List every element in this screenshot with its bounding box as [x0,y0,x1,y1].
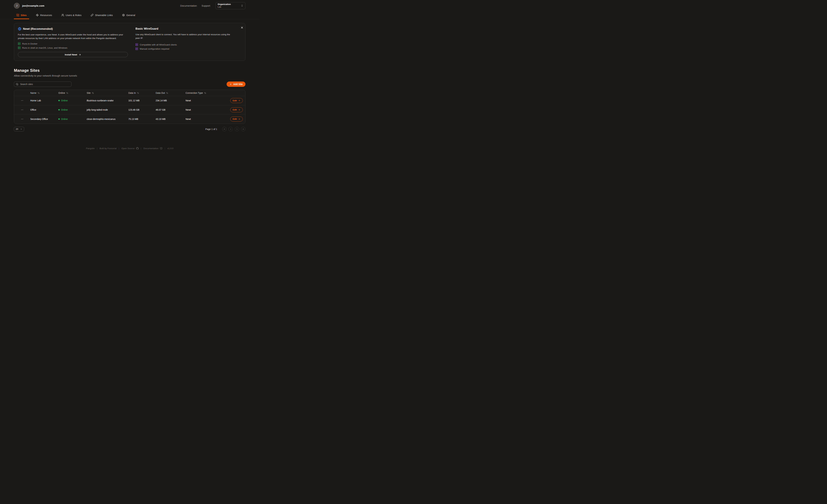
table-row: Secondary Office Online close-dermophis-… [14,114,245,124]
row-menu-icon[interactable] [20,117,24,121]
column-header-online[interactable]: Online [58,92,87,94]
table-header-row: Name Online Site Data In Data Out [14,90,245,96]
next-page-button[interactable] [235,127,239,131]
wireguard-feature: Manual configuration required [136,47,235,50]
install-newt-button[interactable]: Install Newt [18,52,128,57]
sort-icon [166,92,168,94]
first-page-button[interactable] [222,127,227,131]
page-info: Page 1 of 1 [205,128,217,131]
wireguard-description: Use any WireGuard client to connect. You… [136,33,235,40]
pangolin-dashboard: J joe@example.com Documentation Support … [0,0,259,153]
avatar-initial: J [16,4,17,7]
wireguard-feature-label: Manual configuration required [140,48,169,50]
close-icon[interactable] [240,26,242,29]
status-dot [58,118,60,120]
avatar[interactable]: J [14,3,20,9]
user-email: joe@example.com [22,4,44,7]
footer-separator: | [119,147,119,150]
nav-documentation[interactable]: Documentation [180,4,197,7]
footer-open-source-label: Open Source [121,147,135,150]
server-icon [136,47,138,50]
footer-documentation[interactable]: Documentation [143,147,162,150]
last-page-button[interactable] [241,127,245,131]
add-site-label: Add Site [233,83,243,86]
column-header-data-in[interactable]: Data In [128,92,156,94]
status-label: Online [61,99,68,102]
footer-open-source[interactable]: Open Source [121,147,139,150]
footer-documentation-label: Documentation [143,147,158,150]
install-newt-label: Install Newt [65,53,77,56]
data-in-value: 101.12 MB [128,99,156,102]
column-header-name[interactable]: Name [30,92,58,94]
newt-feature-label: Runs in shell on macOS, Linux, and Windo… [22,47,67,49]
edit-button[interactable]: Edit [230,98,243,103]
globe-icon [18,27,21,31]
tab-sites[interactable]: Sites [14,11,29,19]
user-info: J joe@example.com [14,3,44,9]
search-box [14,82,71,87]
arrow-right-icon [238,118,240,120]
tab-general[interactable]: General [119,11,138,19]
edit-button[interactable]: Edit [230,107,243,112]
column-header-connection-type[interactable]: Connection Type [186,92,227,94]
tab-bar: Sites Resources Users & Roles Shareable … [0,11,259,19]
chevron-down-icon [20,128,22,130]
wireguard-feature-label: Compatible with all WireGuard clients [140,44,177,46]
sort-icon [66,92,68,94]
newt-title: Newt (Recommended) [23,27,53,31]
status-dot [58,109,60,110]
data-out-value: 46.07 GB [156,108,186,111]
column-label: Online [58,92,65,94]
column-label: Site [87,92,91,94]
sort-icon [38,92,40,94]
chevrons-up-down-icon [241,4,243,7]
status-badge: Online [58,99,87,102]
status-badge: Online [58,118,87,120]
organization-label: Organization [218,3,231,6]
column-label: Name [30,92,36,94]
edit-button[interactable]: Edit [230,116,243,121]
arrow-right-icon [238,99,240,102]
data-out-value: 43.10 MB [156,118,186,120]
server-icon [136,43,138,46]
chevrons-left-icon [223,128,226,130]
footer-built-by[interactable]: Built by Fossorial [100,147,116,150]
page-size-select[interactable]: 20 [14,127,24,132]
main-content: Newt (Recommended) For the best user exp… [14,19,245,132]
data-out-value: 234.14 MB [156,99,186,102]
server-icon [18,46,20,49]
row-menu-icon[interactable] [20,99,24,103]
page-subtitle: Allow connectivity to your network throu… [14,74,245,77]
edit-label: Edit [233,108,237,111]
search-input[interactable] [20,83,69,86]
tab-resources[interactable]: Resources [34,11,55,19]
status-label: Online [61,108,68,111]
previous-page-button[interactable] [229,127,233,131]
top-nav: Documentation Support Organization Lab [180,2,245,9]
page-title: Manage Sites [14,68,245,73]
sort-icon [137,92,139,94]
column-header-data-out[interactable]: Data Out [156,92,186,94]
tab-users-roles[interactable]: Users & Roles [59,11,84,19]
sort-icon [204,92,206,94]
combine-icon [16,14,19,16]
footer-brand: Pangolin [86,147,95,150]
add-site-button[interactable]: Add Site [227,82,245,87]
column-header-site[interactable]: Site [87,92,128,94]
link-icon [91,14,93,16]
tab-shareable-links[interactable]: Shareable Links [88,11,115,19]
nav-support[interactable]: Support [201,4,210,7]
chevron-right-icon [236,128,238,130]
row-menu-icon[interactable] [20,108,24,112]
footer: Pangolin | Built by Fossorial | Open Sou… [0,147,259,153]
footer-separator: | [141,147,141,150]
newt-description: For the best user experience, use Newt. … [18,33,128,40]
search-icon [16,83,18,86]
edit-label: Edit [233,118,237,120]
site-name: Office [30,108,58,111]
status-badge: Online [58,108,87,111]
site-slug: close-dermophis-mexicanus [87,118,128,120]
pagination: 20 Page 1 of 1 [14,127,245,132]
sort-icon [92,92,94,94]
organization-selector[interactable]: Organization Lab [215,2,245,9]
